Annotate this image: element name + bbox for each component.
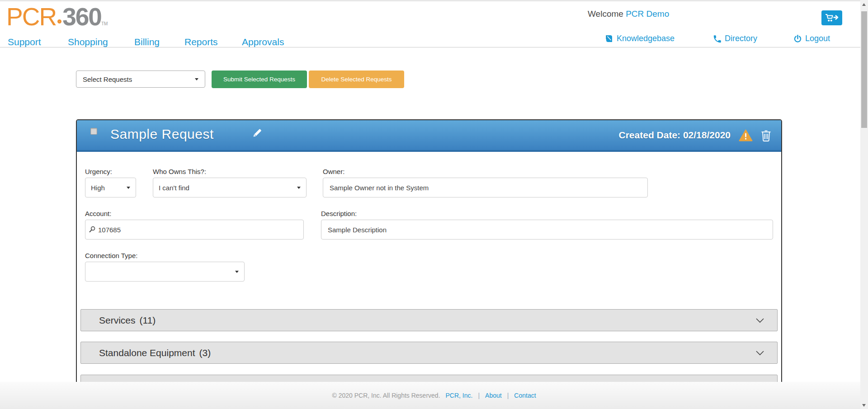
logo-360-text: 360 [62,3,101,31]
section-services-label: Services [99,315,136,326]
scrollbar-down-arrow-icon[interactable] [862,404,866,407]
created-date: Created Date: 02/18/2020 [619,130,731,141]
delete-selected-requests-button[interactable]: Delete Selected Requests [309,71,404,88]
knowledgebase-link[interactable]: Knowledgebase [604,34,675,43]
footer-link-pcr-inc[interactable]: PCR, Inc. [446,392,473,399]
description-input[interactable] [321,220,773,240]
logo-pcr-text: PCR [6,3,56,31]
select-requests-label: Select Requests [83,75,132,83]
section-standalone-label: Standalone Equipment [99,348,195,358]
scrollbar-up-arrow-icon[interactable] [862,3,866,6]
nav-billing[interactable]: Billing [134,37,160,47]
chevron-down-icon [235,271,239,273]
chevron-down-icon [755,318,764,323]
request-panel: Sample Request Created Date: 02/18/2020 [76,119,782,409]
trash-icon[interactable] [761,129,771,141]
search-icon [89,226,96,233]
who-owns-select[interactable]: I can't find [153,178,307,197]
footer: © 2020 PCR, Inc. All Rights Reserved. PC… [0,382,868,409]
user-name-link[interactable]: PCR Demo [626,9,669,19]
request-title: Sample Request [110,127,214,142]
owner-label: Owner: [323,168,344,175]
welcome-prefix: Welcome [588,9,623,19]
section-services[interactable]: Services (11) [80,309,778,331]
directory-link[interactable]: Directory [713,34,757,43]
account-label: Account: [85,210,111,217]
footer-separator: | [478,392,480,399]
select-requests-dropdown[interactable]: Select Requests [76,71,205,88]
book-icon [604,35,613,42]
scrollbar-thumb[interactable] [861,11,867,128]
request-header-right: Created Date: 02/18/2020 [619,120,771,150]
footer-separator: | [507,392,509,399]
knowledgebase-label: Knowledgebase [617,34,675,43]
nav-support[interactable]: Support [8,37,41,47]
chevron-down-icon [127,187,130,189]
urgency-select[interactable]: High [85,178,136,197]
connection-type-select[interactable] [85,262,245,282]
phone-icon [713,35,721,43]
logout-link[interactable]: Logout [794,34,830,43]
nav-reports[interactable]: Reports [184,37,218,47]
copyright-text: © 2020 PCR, Inc. All Rights Reserved. [332,392,440,399]
top-bar: PCR360TM Support Shopping Billing Report… [0,0,868,47]
nav-shopping[interactable]: Shopping [68,37,108,47]
section-standalone-equipment[interactable]: Standalone Equipment (3) [80,342,778,364]
urgency-label: Urgency: [85,168,112,175]
logo-trademark: TM [101,21,108,26]
cart-arrow-right-icon [825,14,839,22]
urgency-value: High [91,184,105,192]
edit-pencil-icon[interactable] [252,128,262,138]
owner-input[interactable] [323,178,648,197]
who-owns-value: I can't find [159,184,189,192]
account-field [85,220,304,240]
directory-label: Directory [725,34,757,43]
nav-approvals[interactable]: Approvals [242,37,284,47]
power-icon [794,35,802,43]
submit-selected-requests-button[interactable]: Submit Selected Requests [212,71,307,88]
section-standalone-count: (3) [199,348,211,358]
account-input[interactable] [85,220,304,240]
checkout-cart-button[interactable] [821,10,842,25]
chevron-down-icon [297,187,301,189]
request-select-checkbox[interactable] [90,128,97,135]
pcr360-logo[interactable]: PCR360TM [6,2,108,31]
logo-degree-mark-icon [57,19,61,24]
footer-link-about[interactable]: About [485,392,502,399]
welcome-message: Welcome PCR Demo [588,9,669,19]
section-services-count: (11) [140,315,156,326]
who-owns-label: Who Owns This?: [153,168,206,175]
chevron-down-icon [195,78,198,80]
chevron-down-icon [755,350,764,356]
description-label: Description: [321,210,357,217]
vertical-scrollbar[interactable] [860,0,868,409]
footer-link-contact[interactable]: Contact [514,392,536,399]
request-panel-header: Sample Request Created Date: 02/18/2020 [77,120,781,152]
logout-label: Logout [805,34,830,43]
connection-type-label: Connection Type: [85,252,137,259]
warning-icon [739,129,753,141]
